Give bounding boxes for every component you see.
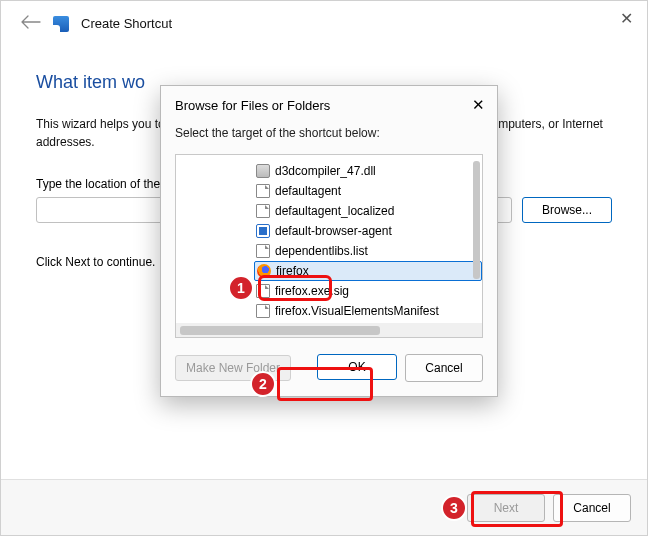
firefox-icon <box>257 264 271 278</box>
file-tree: d3dcompiler_47.dlldefaultagentdefaultage… <box>175 154 483 338</box>
doc-icon <box>256 244 270 258</box>
doc-icon <box>256 304 270 318</box>
dialog-subtitle: Select the target of the shortcut below: <box>161 122 497 150</box>
app-icon <box>256 224 270 238</box>
browse-dialog: Browse for Files or Folders ✕ Select the… <box>160 85 498 397</box>
file-row[interactable]: default-browser-agent <box>256 221 482 241</box>
file-name: firefox <box>276 264 309 278</box>
back-arrow-icon[interactable] <box>21 15 41 32</box>
file-row[interactable]: firefox <box>254 261 482 281</box>
doc-icon <box>256 284 270 298</box>
file-name: dependentlibs.list <box>275 244 368 258</box>
browse-button[interactable]: Browse... <box>522 197 612 223</box>
file-row[interactable]: d3dcompiler_47.dll <box>256 161 482 181</box>
file-name: default-browser-agent <box>275 224 392 238</box>
dialog-title: Browse for Files or Folders <box>175 98 330 113</box>
file-name: firefox.exe.sig <box>275 284 349 298</box>
wizard-title: Create Shortcut <box>81 16 172 31</box>
doc-icon <box>256 204 270 218</box>
vertical-scrollbar[interactable] <box>473 161 480 279</box>
make-new-folder-button[interactable]: Make New Folder <box>175 355 291 381</box>
gear-icon <box>256 164 270 178</box>
file-row[interactable]: firefox.exe.sig <box>256 281 482 301</box>
file-name: firefox.VisualElementsManifest <box>275 304 439 318</box>
file-row[interactable]: dependentlibs.list <box>256 241 482 261</box>
wizard-footer: Next Cancel <box>1 479 647 535</box>
file-name: defaultagent_localized <box>275 204 394 218</box>
file-name: defaultagent <box>275 184 341 198</box>
horizontal-scrollbar-thumb[interactable] <box>180 326 380 335</box>
dialog-close-icon[interactable]: ✕ <box>472 96 485 114</box>
shortcut-icon <box>53 16 69 32</box>
file-row[interactable]: firefox.VisualElementsManifest <box>256 301 482 321</box>
next-button[interactable]: Next <box>467 494 545 522</box>
doc-icon <box>256 184 270 198</box>
ok-button[interactable]: OK <box>317 354 397 380</box>
file-name: d3dcompiler_47.dll <box>275 164 376 178</box>
cancel-button[interactable]: Cancel <box>553 494 631 522</box>
close-icon[interactable]: ✕ <box>620 9 633 28</box>
file-row[interactable]: defaultagent <box>256 181 482 201</box>
dialog-cancel-button[interactable]: Cancel <box>405 354 483 382</box>
file-row[interactable]: defaultagent_localized <box>256 201 482 221</box>
horizontal-scrollbar-track[interactable] <box>176 323 482 337</box>
